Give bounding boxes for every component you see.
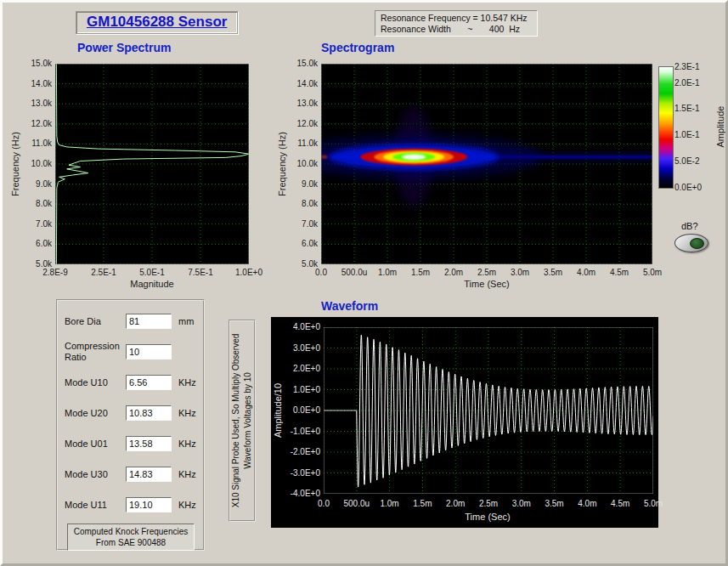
spectrogram-xlabel: Time (Sec) (436, 279, 538, 289)
y-tick-label: 12.0k (289, 119, 318, 129)
colorbar-tick-label: 2.3E-1 (674, 62, 712, 72)
db-toggle-button[interactable] (674, 234, 708, 252)
control-value-input[interactable] (126, 436, 172, 451)
control-row: Mode U01KHz (58, 428, 203, 459)
y-tick-label: -4.0E+0 (281, 489, 320, 499)
spectrogram-title: Spectrogram (321, 41, 394, 54)
db-led-icon (690, 238, 704, 249)
y-tick-label: 13.0k (289, 99, 318, 109)
spectrogram-plot (321, 64, 652, 264)
y-tick-label: 8.0k (289, 199, 318, 209)
colorbar-tick-label: 1.0E-1 (674, 130, 712, 140)
front-panel: GM10456288 Sensor Resonance Frequency = … (0, 0, 728, 566)
control-unit-label: KHz (178, 439, 196, 449)
y-tick-label: 0.0E+0 (281, 405, 320, 416)
y-tick-label: 7.0k (289, 219, 318, 229)
control-value-input[interactable] (126, 405, 172, 421)
control-unit-label: KHz (178, 469, 196, 479)
y-tick-label: 10.0k (289, 159, 318, 169)
control-row: Mode U10KHz (58, 367, 203, 398)
control-label: Mode U01 (65, 439, 126, 450)
colorbar-tick-label: 5.0E-2 (674, 156, 712, 167)
control-unit-label: KHz (178, 377, 196, 388)
control-row: Compression Ratio (58, 337, 203, 367)
y-tick-label: 11.0k (23, 139, 52, 149)
y-tick-label: 15.0k (289, 59, 318, 69)
resonance-info-box: Resonance Frequency = 10.547 KHz Resonan… (375, 10, 538, 37)
waveform-plot (324, 327, 653, 494)
y-tick-label: 4.0E+0 (281, 322, 320, 332)
colorbar-tick-label: 0.0E+0 (674, 183, 712, 193)
y-tick-label: -3.0E+0 (281, 468, 320, 478)
control-row: Bore Diamm (58, 306, 203, 337)
y-tick-label: 11.0k (289, 139, 318, 149)
y-tick-label: 9.0k (289, 179, 318, 190)
y-tick-label: 15.0k (23, 59, 52, 69)
resonance-width-value: 400 Hz (489, 24, 520, 34)
controls-caption: Computed Knock Frequencies From SAE 9004… (67, 524, 195, 551)
control-value-input[interactable] (126, 314, 172, 329)
control-row: Mode U30KHz (58, 459, 203, 490)
control-label: Mode U11 (65, 500, 126, 511)
control-unit-label: mm (178, 316, 194, 326)
control-value-input[interactable] (126, 467, 172, 482)
resonance-width-tilde: ~ (467, 24, 472, 34)
control-label: Compression Ratio (65, 341, 126, 362)
sensor-title: GM10456288 Sensor (76, 11, 238, 34)
power-spectrum-ylabel: Frequency (Hz) (9, 113, 21, 215)
x-tick-label: 2.5E-1 (82, 268, 126, 278)
amplitude-colorbar (658, 66, 674, 189)
x-tick-label: 5.0E-1 (130, 268, 174, 278)
control-row: Mode U11KHz (58, 490, 203, 520)
control-value-input[interactable] (126, 344, 172, 359)
y-tick-label: 6.0k (23, 239, 52, 249)
power-spectrum-xlabel: Magnitude (101, 279, 203, 289)
y-tick-label: 13.0k (23, 99, 52, 109)
y-tick-label: 8.0k (23, 199, 52, 209)
control-value-input[interactable] (126, 375, 172, 390)
db-button-label: dB? (681, 221, 698, 231)
x-tick-label: 1.0E+0 (227, 268, 271, 278)
control-label: Mode U30 (65, 469, 126, 480)
y-tick-label: 9.0k (23, 179, 52, 190)
x-tick-label: 7.5E-1 (178, 268, 223, 278)
y-tick-label: 14.0k (289, 79, 318, 89)
control-unit-label: KHz (178, 500, 196, 510)
colorbar-label: Amplitude (714, 84, 726, 169)
y-tick-label: 1.0E+0 (281, 385, 320, 395)
knock-frequency-controls-panel: Computed Knock Frequencies From SAE 9004… (56, 299, 205, 551)
spectrogram-ylabel: Frequency (Hz) (276, 113, 288, 215)
resonance-frequency-text: Resonance Frequency = 10.547 KHz (381, 13, 532, 23)
y-tick-label: 7.0k (23, 219, 52, 229)
power-spectrum-title: Power Spectrum (77, 41, 171, 54)
control-row: Mode U20KHz (58, 398, 203, 428)
control-value-input[interactable] (126, 497, 172, 512)
colorbar-tick-label: 1.5E-1 (674, 104, 712, 114)
control-label: Mode U10 (65, 377, 126, 388)
y-tick-label: 3.0E+0 (281, 343, 320, 354)
resonance-width-label: Resonance Width (381, 24, 451, 34)
y-tick-label: 14.0k (23, 79, 52, 89)
y-tick-label: -1.0E+0 (281, 427, 320, 437)
waveform-title: Waveform (321, 299, 378, 313)
resonance-width-row: Resonance Width ~ 400 Hz (381, 24, 532, 34)
y-tick-label: 12.0k (23, 119, 52, 129)
y-tick-label: 10.0k (23, 159, 52, 169)
waveform-xlabel: Time (Sec) (437, 512, 539, 522)
x-tick-label: 2.8E-9 (33, 268, 77, 278)
y-tick-label: -2.0E+0 (281, 447, 320, 457)
power-spectrum-plot (55, 64, 249, 264)
x-tick-label: 5.0m (631, 499, 675, 509)
y-tick-label: 6.0k (289, 239, 318, 249)
x-tick-label: 5.0m (630, 268, 674, 278)
colorbar-tick-label: 2.0E-1 (674, 78, 712, 88)
probe-note-text: X10 Signal Probe Used, So Multiply Obser… (229, 320, 256, 522)
y-tick-label: 2.0E+0 (281, 364, 320, 374)
control-label: Mode U20 (65, 408, 126, 419)
control-label: Bore Dia (65, 316, 126, 327)
control-unit-label: KHz (178, 408, 196, 418)
